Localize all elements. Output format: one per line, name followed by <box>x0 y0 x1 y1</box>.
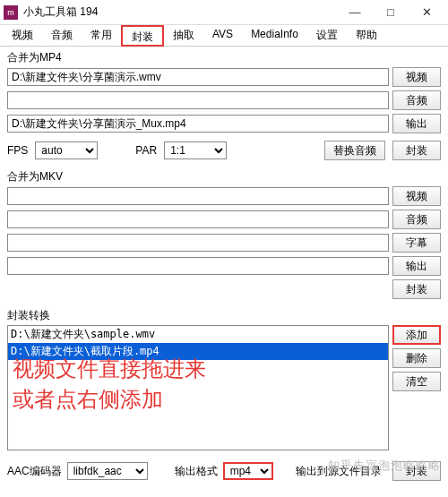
mkv-video-path[interactable] <box>7 187 389 205</box>
format-label: 输出格式 <box>175 464 218 479</box>
fps-label: FPS <box>7 144 28 157</box>
replace-audio-button[interactable]: 替换音频 <box>324 141 385 160</box>
mkv-sub-path[interactable] <box>7 234 389 252</box>
tab-5[interactable]: AVS <box>203 25 242 46</box>
clear-button[interactable]: 清空 <box>392 372 441 391</box>
mp4-section-label: 合并为MP4 <box>7 50 441 65</box>
tab-6[interactable]: MediaInfo <box>242 25 307 46</box>
window-title: 小丸工具箱 194 <box>23 4 337 20</box>
maximize-button[interactable]: □ <box>373 1 409 24</box>
close-button[interactable]: ✕ <box>409 1 444 24</box>
tab-3[interactable]: 封装 <box>121 25 164 47</box>
tab-0[interactable]: 视频 <box>3 25 42 46</box>
mkv-audio-button[interactable]: 音频 <box>392 210 441 229</box>
mkv-audio-path[interactable] <box>7 210 389 228</box>
app-icon: m <box>4 5 18 20</box>
mkv-mux-button[interactable]: 封装 <box>392 279 441 299</box>
mp4-audio-button[interactable]: 音频 <box>392 90 441 110</box>
list-item[interactable]: D:\新建文件夹\截取片段.mp4 <box>8 343 388 360</box>
mp4-video-path[interactable] <box>7 68 389 86</box>
tab-1[interactable]: 音频 <box>42 25 82 46</box>
conv-section-label: 封装转换 <box>7 308 441 323</box>
tab-7[interactable]: 设置 <box>307 25 347 46</box>
minimize-button[interactable]: ― <box>337 1 373 24</box>
par-label: PAR <box>135 144 157 157</box>
par-select[interactable]: 1:1 <box>164 141 227 159</box>
file-listbox[interactable]: D:\新建文件夹\sample.wmvD:\新建文件夹\截取片段.mp4 <box>7 325 389 450</box>
mp4-video-button[interactable]: 视频 <box>392 67 441 87</box>
tab-8[interactable]: 帮助 <box>347 25 386 46</box>
mkv-section-label: 合并为MKV <box>7 169 441 184</box>
mp4-audio-path[interactable] <box>7 91 389 109</box>
mkv-output-path[interactable] <box>7 257 389 275</box>
mp4-output-button[interactable]: 输出 <box>392 114 441 133</box>
mkv-video-button[interactable]: 视频 <box>392 186 441 206</box>
tab-4[interactable]: 抽取 <box>164 25 203 46</box>
list-item[interactable]: D:\新建文件夹\sample.wmv <box>8 326 388 343</box>
mkv-output-button[interactable]: 输出 <box>392 256 441 276</box>
tab-2[interactable]: 常用 <box>82 25 121 46</box>
delete-button[interactable]: 删除 <box>392 348 441 368</box>
add-button[interactable]: 添加 <box>392 325 441 345</box>
mp4-output-path[interactable] <box>7 115 389 133</box>
watermark: 知乎先宽泡泡略略略 <box>328 458 441 474</box>
mp4-mux-button[interactable]: 封装 <box>392 141 441 160</box>
fps-select[interactable]: auto <box>35 141 98 159</box>
format-select[interactable]: mp4 <box>223 462 273 480</box>
aac-label: AAC编码器 <box>7 464 62 479</box>
aac-select[interactable]: libfdk_aac <box>67 462 148 480</box>
mkv-sub-button[interactable]: 字幕 <box>392 233 441 253</box>
